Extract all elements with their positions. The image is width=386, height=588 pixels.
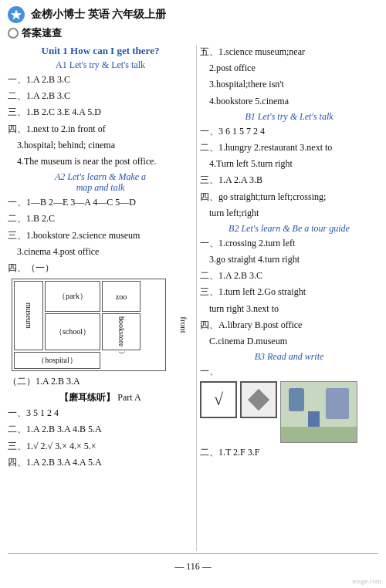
a2-subtitle: map and talk xyxy=(8,182,193,194)
a1-answer-4: 四、1.next to 2.in front of xyxy=(8,122,193,137)
b1-1: 一、3 6 1 5 7 2 4 xyxy=(200,124,378,139)
left-column: Unit 1 How can I get there? A1 Let's try… xyxy=(8,45,193,551)
maner-4: 四、1.A 2.B 3.A 4.A 5.A xyxy=(8,455,193,470)
maner-title: 【磨耳练听】【磨耳练听】 Part A Part A xyxy=(8,391,193,404)
wu-section: 五、1.science museum;near 2.post office 3.… xyxy=(200,45,378,109)
b3-dash: 一、 xyxy=(200,364,378,379)
maner-3: 三、1.√ 2.√ 3.× 4.× 5.× xyxy=(8,439,193,454)
b1-title: B1 Let's try & Let's talk xyxy=(200,111,378,123)
b1-4b: turn left;right xyxy=(200,206,378,221)
wu-prefix: 五、 xyxy=(200,46,218,57)
map-front-label: front xyxy=(179,316,188,333)
header: 金榜小博士 英语 六年级上册 xyxy=(8,6,378,23)
svg-marker-0 xyxy=(12,10,22,19)
wu-2: 2.post office xyxy=(200,61,378,76)
b2-4b: C.cinema D.museum xyxy=(200,334,378,349)
a1-answer-4c: 4.The museum is near the post office. xyxy=(8,154,193,169)
maner-1: 一、3 5 1 2 4 xyxy=(8,406,193,421)
map-school: （school） xyxy=(45,313,100,350)
b2-4: 四、A.library B.post office xyxy=(200,318,378,333)
b1-3: 三、1.A 2.A 3.B xyxy=(200,173,378,188)
wu-3: 3.hospital;there isn't xyxy=(200,77,378,92)
checkmark-symbol: √ xyxy=(214,390,223,410)
map-container: museum （park） zoo （school） （bookstore） （… xyxy=(12,279,166,371)
b2-3b: turn right 3.next to xyxy=(200,302,378,316)
a1-answer-4b: 3.hospital; behind; cinema xyxy=(8,138,193,153)
a2-answer-1: 一、1—B 2—E 3—A 4—C 5—D xyxy=(8,195,193,210)
a2-prefix-2: 二、 xyxy=(8,213,26,224)
maner-2: 二、1.A 2.B 3.A 4.B 5.A xyxy=(8,422,193,437)
watermark: mxge.com xyxy=(352,577,381,585)
wu-title-line: 五、1.science museum;near xyxy=(200,45,378,59)
page-number: — 116 — xyxy=(8,561,378,573)
a2-prefix-4: 四、 xyxy=(8,262,26,273)
a1-answer-2: 二、1.A 2.B 3.C xyxy=(8,89,193,103)
a2-answer-3: 三、1.bookstore 2.science museum xyxy=(8,228,193,243)
bottom-divider xyxy=(8,553,378,554)
logo-icon xyxy=(8,6,25,23)
a2-title: A2 Let's learn & Make a xyxy=(8,171,193,183)
a1-prefix-2: 二、 xyxy=(8,90,26,101)
b2-3: 三、1.turn left 2.Go straight xyxy=(200,285,378,299)
a2-prefix-1: 一、 xyxy=(8,197,26,208)
a1-prefix-4: 四、 xyxy=(8,123,26,134)
a1-answer-1: 一、1.A 2.B 3.C xyxy=(8,73,193,87)
b1-2: 二、1.hungry 2.restaurant 3.next to xyxy=(200,140,378,155)
map-museum: museum xyxy=(14,281,43,350)
answer-check-label: 答案速查 xyxy=(22,26,62,40)
checkmark-box: √ xyxy=(200,381,237,418)
b3-illustrations: √ xyxy=(200,381,378,443)
b2-title: B2 Let's learn & Be a tour guide xyxy=(200,223,378,235)
wu-4: 4.bookstore 5.cinema xyxy=(200,94,378,109)
room-box xyxy=(240,381,277,418)
map-zoo: zoo xyxy=(102,281,141,312)
a2-answer-4: 四、（一） xyxy=(8,261,193,275)
room-illustration xyxy=(280,381,357,443)
unit-title: Unit 1 How can I get there? xyxy=(8,45,193,57)
b2-1: 一、1.crossing 2.turn left xyxy=(200,236,378,251)
answer-check-circle xyxy=(8,28,19,39)
map-hospital: （hospital） xyxy=(14,352,100,369)
a2-prefix-3: 三、 xyxy=(8,230,26,241)
b3-final: 二、1.T 2.F 3.F xyxy=(200,445,378,460)
a2-answer-3b: 3.cinema 4.post office xyxy=(8,245,193,259)
a1-prefix-1: 一、 xyxy=(8,74,26,85)
a1-title: A1 Let's try & Let's talk xyxy=(8,59,193,71)
b2-1b: 3.go straight 4.turn right xyxy=(200,252,378,267)
b1-4: 四、go straight;turn left;crossing; xyxy=(200,190,378,204)
page: 金榜小博士 英语 六年级上册 答案速查 Unit 1 How can I get… xyxy=(0,0,386,588)
b3-title: B3 Read and write xyxy=(200,351,378,363)
map-park: （park） xyxy=(45,281,100,312)
main-content: Unit 1 How can I get there? A1 Let's try… xyxy=(8,45,378,551)
right-column: 五、1.science museum;near 2.post office 3.… xyxy=(196,45,378,551)
b2-2: 二、1.A 2.B 3.C xyxy=(200,269,378,283)
header-title: 金榜小博士 英语 六年级上册 xyxy=(31,8,166,22)
a2-answer-2: 二、1.B 2.C xyxy=(8,211,193,226)
map-bookstore: （bookstore） xyxy=(102,313,141,350)
a1-prefix-3: 三、 xyxy=(8,106,26,117)
a1-answer-3: 三、1.B 2.C 3.E 4.A 5.D xyxy=(8,105,193,120)
diamond-icon xyxy=(248,389,269,411)
b1-2b: 4.Turn left 5.turn right xyxy=(200,157,378,171)
answer-check-row: 答案速查 xyxy=(8,26,378,40)
map-sub-answer: （二）1.A 2.B 3.A xyxy=(8,374,193,389)
